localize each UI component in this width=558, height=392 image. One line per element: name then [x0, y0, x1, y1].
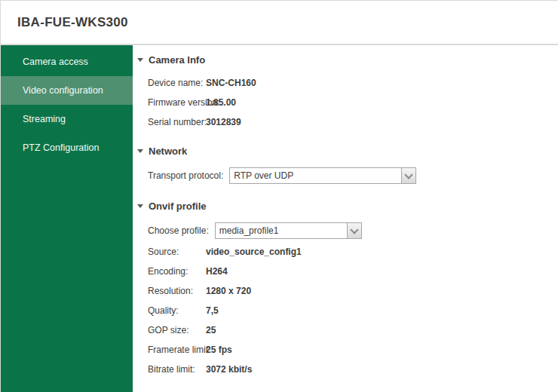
field-label: Source: [148, 247, 206, 257]
app-window: IBA-FUE-WKS300 Camera accessVideo config… [0, 0, 558, 392]
field-value: 25 fps [206, 345, 232, 355]
field-row-gop-size: GOP size:25 [148, 320, 558, 340]
section-onvif-profile: Onvif profileChoose profile:media_profil… [137, 200, 558, 379]
section-rows: Transport protocol:RTP over UDP [137, 164, 558, 187]
sidebar-item-ptz-configuration[interactable]: PTZ Configuration [1, 133, 133, 162]
collapse-triangle-icon [137, 149, 143, 153]
section-rows: Device name:SNC-CH160Firmware version:1.… [137, 73, 558, 132]
section-title: Onvif profile [149, 201, 207, 212]
sidebar-item-camera-access[interactable]: Camera access [1, 47, 133, 76]
field-row-choose-profile: Choose profile:media_profile1 [148, 219, 558, 242]
field-label: Transport protocol: [148, 170, 229, 181]
field-row-quality: Quality:7,5 [148, 301, 558, 320]
dropdown-arrow-button[interactable] [347, 223, 361, 238]
field-value: 7,5 [206, 305, 219, 316]
field-label: Device name: [148, 78, 206, 88]
transport-protocol-dropdown[interactable]: RTP over UDP [229, 167, 416, 184]
chevron-down-icon [405, 170, 413, 179]
field-label: Bitrate limit: [148, 364, 206, 375]
collapse-triangle-icon [137, 204, 143, 208]
field-label: Quality: [148, 305, 206, 316]
field-value: 25 [206, 325, 216, 335]
header: IBA-FUE-WKS300 [1, 1, 558, 44]
field-row-framerate-limit: Framerate limit:25 fps [148, 340, 558, 360]
field-value: 1280 x 720 [206, 286, 251, 296]
field-row-bitrate-limit: Bitrate limit:3072 kbit/s [148, 360, 558, 379]
choose-profile-dropdown[interactable]: media_profile1 [215, 222, 362, 239]
field-label: Serial number: [148, 117, 206, 127]
field-label: Resolution: [148, 286, 206, 296]
field-label: GOP size: [148, 325, 206, 335]
section-header-camera-info[interactable]: Camera Info [137, 54, 558, 66]
field-label: Framerate limit: [148, 345, 206, 355]
sidebar-item-streaming[interactable]: Streaming [1, 105, 133, 133]
section-title: Network [149, 145, 187, 157]
page-title: IBA-FUE-WKS300 [17, 15, 128, 30]
sidebar-item-video-configuration[interactable]: Video configuration [1, 76, 133, 105]
field-row-transport-protocol: Transport protocol:RTP over UDP [148, 164, 558, 187]
chevron-down-icon [350, 225, 358, 234]
field-value: 3012839 [206, 117, 241, 127]
field-value: H264 [206, 266, 228, 277]
collapse-triangle-icon [137, 58, 143, 62]
field-row-firmware-version: Firmware version:1.85.00 [148, 93, 558, 112]
field-value: 1.85.00 [206, 97, 236, 108]
field-value: video_source_config1 [206, 247, 302, 257]
main-content: Camera InfoDevice name:SNC-CH160Firmware… [133, 45, 558, 392]
section-rows: Choose profile:media_profile1Source:vide… [137, 219, 558, 379]
field-row-serial-number: Serial number:3012839 [148, 112, 558, 132]
field-label: Choose profile: [148, 225, 215, 236]
field-row-resolution: Resolution:1280 x 720 [148, 281, 558, 301]
dropdown-selected-value: RTP over UDP [230, 170, 401, 181]
field-row-device-name: Device name:SNC-CH160 [148, 73, 558, 93]
field-row-encoding: Encoding:H264 [148, 262, 558, 281]
section-camera-info: Camera InfoDevice name:SNC-CH160Firmware… [137, 54, 558, 132]
section-header-onvif-profile[interactable]: Onvif profile [137, 200, 558, 212]
field-value: 3072 kbit/s [206, 364, 252, 375]
section-network: NetworkTransport protocol:RTP over UDP [137, 145, 558, 187]
content-area: Camera accessVideo configurationStreamin… [1, 45, 558, 392]
field-value: SNC-CH160 [206, 78, 256, 88]
section-header-network[interactable]: Network [137, 145, 558, 157]
section-title: Camera Info [149, 54, 205, 66]
sidebar: Camera accessVideo configurationStreamin… [1, 45, 133, 392]
dropdown-selected-value: media_profile1 [216, 225, 347, 236]
field-row-source: Source:video_source_config1 [148, 242, 558, 262]
field-label: Firmware version: [148, 97, 206, 108]
dropdown-arrow-button[interactable] [401, 168, 415, 183]
field-label: Encoding: [148, 266, 206, 277]
